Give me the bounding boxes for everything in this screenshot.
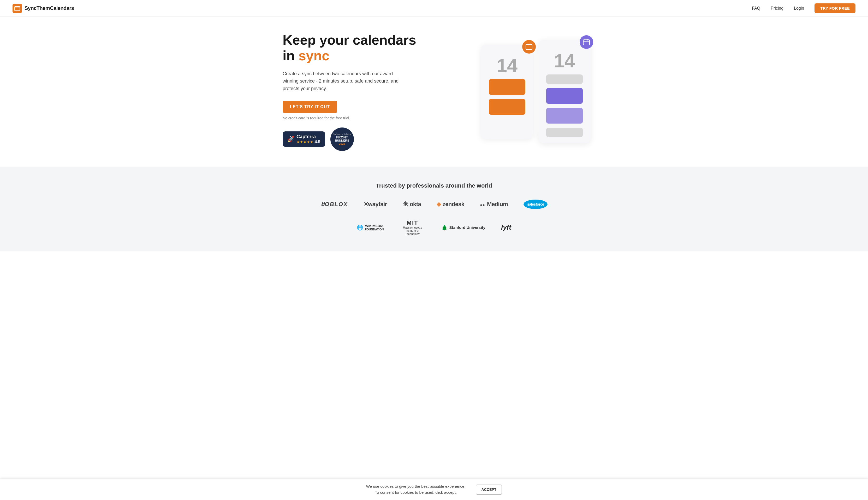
cal-date-2: 14 — [554, 52, 575, 70]
okta-text: okta — [410, 201, 421, 208]
hero-left: Keep your calendars in sync Create a syn… — [283, 32, 416, 151]
logo-zendesk: ◆ zendesk — [437, 201, 464, 208]
wikimedia-text2: FOUNDATION — [365, 228, 384, 231]
logos-grid: ꓤOBLOX ✕wayfair ✳ okta ◆ zendesk Medium … — [304, 200, 564, 236]
wikimedia-icon: 🌐 — [357, 224, 363, 231]
logo-roblox: ꓤOBLOX — [320, 201, 348, 208]
sa-runners: RUNNERS — [335, 139, 349, 142]
hero-section: Keep your calendars in sync Create a syn… — [0, 17, 868, 167]
medium-text: Medium — [487, 201, 508, 208]
logo-okta: ✳ okta — [403, 200, 421, 208]
hero-heading: Keep your calendars in sync — [283, 32, 416, 64]
okta-icon: ✳ — [403, 200, 408, 208]
cal-event-1a — [489, 79, 525, 95]
sa-front: FRONT — [336, 136, 348, 139]
nav-login[interactable]: Login — [794, 6, 804, 11]
capterra-score: 4.9 — [315, 139, 320, 144]
capterra-badge: 🚀 Capterra ★★★★★ 4.9 — [283, 132, 325, 147]
nav-pricing[interactable]: Pricing — [771, 6, 784, 11]
cta-button[interactable]: LET'S TRY IT OUT — [283, 101, 337, 113]
logo-lyft: lyft — [501, 223, 511, 231]
salesforce-text: salesforce — [527, 202, 544, 206]
wayfair-text: ✕wayfair — [364, 201, 387, 207]
zendesk-icon: ◆ — [437, 201, 441, 208]
mit-full: Massachusetts Institute of Technology — [400, 226, 426, 236]
wikimedia-text1: WIKIMEDIA — [365, 224, 384, 228]
calendar-card-1: 14 — [481, 45, 533, 139]
sa-year: 2022 — [339, 142, 345, 145]
capterra-label: Capterra — [296, 134, 320, 139]
capterra-stars: ★★★★★ — [296, 140, 314, 144]
cal-event-2c — [546, 108, 583, 124]
cal-event-2b — [546, 88, 583, 104]
cal-date-1: 14 — [497, 56, 517, 75]
heading-in: in — [283, 48, 295, 63]
logo-wikimedia: 🌐 WIKIMEDIA FOUNDATION — [357, 224, 384, 231]
mit-abbr: MIT — [400, 219, 426, 226]
hero-subtext: Create a sync between two calendars with… — [283, 70, 408, 92]
svg-rect-4 — [526, 44, 532, 50]
software-advice-badge: Software Advice FRONT RUNNERS 2022 — [330, 127, 354, 151]
logo-salesforce: salesforce — [524, 200, 548, 209]
cal-event-2d — [546, 128, 583, 137]
medium-icon — [480, 201, 485, 208]
logo-stanford: 🌲 Stanford University — [441, 224, 485, 231]
stanford-icon: 🌲 — [441, 224, 448, 231]
no-credit-card-text: No credit card is required for the free … — [283, 116, 416, 120]
cal-badge-1 — [522, 40, 536, 54]
lyft-text: lyft — [501, 223, 511, 231]
nav-faq[interactable]: FAQ — [752, 6, 760, 11]
heading-line1: Keep your calendars — [283, 32, 416, 47]
zendesk-text: zendesk — [443, 201, 464, 208]
logo-mit: MIT Massachusetts Institute of Technolog… — [400, 219, 426, 236]
logo-text: SyncThemCalendars — [25, 5, 74, 11]
try-free-button[interactable]: TRY FOR FREE — [814, 3, 855, 13]
hero-illustration: 14 14 — [476, 35, 596, 149]
cal-event-1b — [489, 99, 525, 115]
trusted-section: Trusted by professionals around the worl… — [0, 167, 868, 251]
cal-badge-2 — [579, 35, 593, 49]
logo-wayfair: ✕wayfair — [364, 201, 387, 208]
stanford-text: Stanford University — [449, 225, 485, 230]
roblox-text: ꓤOBLOX — [320, 201, 348, 207]
capterra-icon: 🚀 — [288, 136, 294, 143]
calendar-card-2: 14 — [538, 40, 590, 144]
heading-sync: sync — [298, 48, 330, 63]
logo-link[interactable]: SyncThemCalendars — [13, 4, 74, 13]
navbar: SyncThemCalendars FAQ Pricing Login TRY … — [0, 0, 868, 17]
cal-event-2a — [546, 75, 583, 84]
badges-area: 🚀 Capterra ★★★★★ 4.9 Software Advice FRO… — [283, 127, 416, 151]
svg-rect-0 — [15, 7, 20, 11]
logo-medium: Medium — [480, 201, 508, 208]
logo-icon — [13, 4, 22, 13]
svg-rect-8 — [583, 40, 589, 45]
trusted-title: Trusted by professionals around the worl… — [13, 182, 855, 189]
nav-links: FAQ Pricing Login TRY FOR FREE — [752, 3, 855, 13]
